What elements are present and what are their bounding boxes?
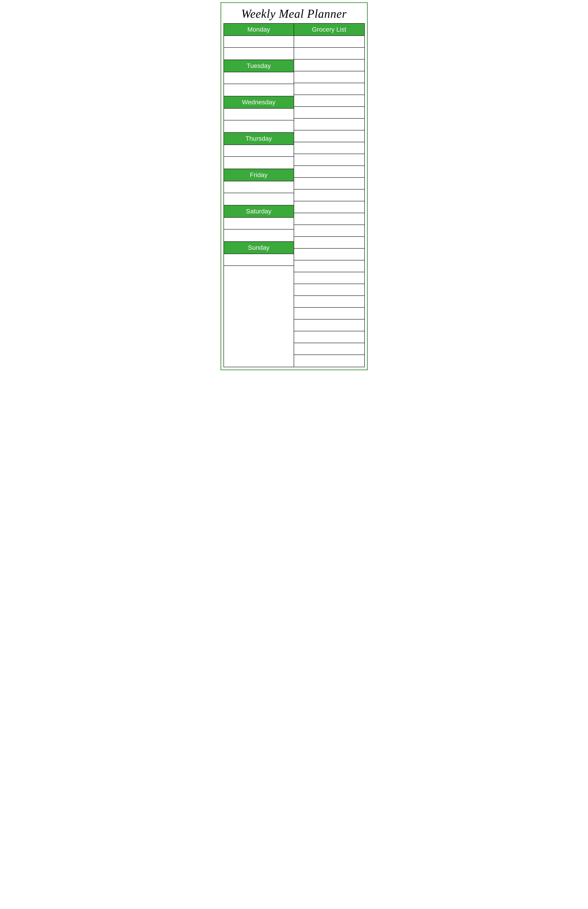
monday-section: Monday [224, 24, 294, 60]
wednesday-section: Wednesday [224, 96, 294, 133]
grocery-item-24[interactable] [294, 308, 364, 320]
tuesday-header: Tuesday [224, 60, 294, 72]
thursday-meal-1[interactable] [224, 145, 294, 157]
grocery-item-15[interactable] [294, 201, 364, 213]
friday-meal-1[interactable] [224, 181, 294, 193]
monday-header: Monday [224, 24, 294, 36]
grocery-header: Grocery List [294, 24, 364, 36]
grocery-item-25[interactable] [294, 320, 364, 332]
grocery-item-16[interactable] [294, 213, 364, 225]
grocery-item-23[interactable] [294, 296, 364, 308]
grocery-item-2[interactable] [294, 48, 364, 60]
saturday-section: Saturday [224, 205, 294, 242]
thursday-meal-2[interactable] [224, 157, 294, 168]
friday-header: Friday [224, 169, 294, 181]
grocery-item-3[interactable] [294, 60, 364, 71]
grocery-item-19[interactable] [294, 249, 364, 260]
grocery-column: Grocery List [294, 24, 364, 367]
grocery-item-10[interactable] [294, 142, 364, 154]
main-grid: Monday Tuesday Wednesday Thursday Fr [223, 23, 365, 367]
grocery-item-21[interactable] [294, 272, 364, 284]
grocery-item-22[interactable] [294, 284, 364, 296]
grocery-item-12[interactable] [294, 166, 364, 178]
thursday-section: Thursday [224, 133, 294, 169]
sunday-meal-1[interactable] [224, 254, 294, 266]
grocery-item-1[interactable] [294, 36, 364, 48]
grocery-item-9[interactable] [294, 131, 364, 142]
grocery-item-26[interactable] [294, 332, 364, 343]
grocery-item-27[interactable] [294, 343, 364, 355]
friday-meal-2[interactable] [224, 193, 294, 205]
sunday-header: Sunday [224, 242, 294, 254]
tuesday-meal-1[interactable] [224, 72, 294, 84]
sunday-section: Sunday [224, 242, 294, 278]
monday-meal-1[interactable] [224, 36, 294, 48]
page: Weekly Meal Planner Monday Tuesday Wedne… [221, 2, 368, 370]
sunday-meal-2[interactable] [224, 266, 294, 278]
saturday-meal-2[interactable] [224, 230, 294, 241]
grocery-item-17[interactable] [294, 225, 364, 237]
tuesday-section: Tuesday [224, 60, 294, 96]
thursday-header: Thursday [224, 133, 294, 145]
grocery-item-4[interactable] [294, 71, 364, 83]
page-title: Weekly Meal Planner [223, 5, 365, 23]
grocery-item-11[interactable] [294, 154, 364, 166]
grocery-item-28[interactable] [294, 355, 364, 367]
grocery-item-20[interactable] [294, 260, 364, 272]
friday-section: Friday [224, 169, 294, 205]
grocery-item-13[interactable] [294, 178, 364, 189]
tuesday-meal-2[interactable] [224, 84, 294, 96]
saturday-header: Saturday [224, 205, 294, 218]
grocery-item-7[interactable] [294, 107, 364, 119]
grocery-item-18[interactable] [294, 237, 364, 249]
days-column: Monday Tuesday Wednesday Thursday Fr [224, 24, 294, 367]
wednesday-meal-2[interactable] [224, 120, 294, 132]
grocery-item-8[interactable] [294, 119, 364, 131]
grocery-item-6[interactable] [294, 95, 364, 107]
grocery-item-14[interactable] [294, 189, 364, 201]
grocery-item-5[interactable] [294, 83, 364, 95]
wednesday-meal-1[interactable] [224, 108, 294, 120]
saturday-meal-1[interactable] [224, 218, 294, 230]
wednesday-header: Wednesday [224, 96, 294, 108]
monday-meal-2[interactable] [224, 48, 294, 60]
